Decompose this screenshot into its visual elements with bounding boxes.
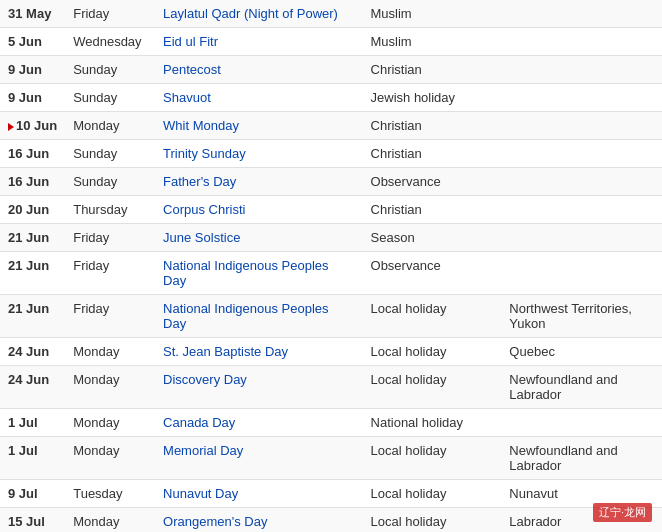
holiday-region-cell [501, 409, 662, 437]
holiday-type-cell: Jewish holiday [363, 84, 502, 112]
table-row: 24 JunMondayDiscovery DayLocal holidayNe… [0, 366, 662, 409]
holiday-name-cell[interactable]: St. Jean Baptiste Day [155, 338, 362, 366]
holiday-name-cell[interactable]: Canada Day [155, 409, 362, 437]
holiday-name-cell[interactable]: Eid ul Fitr [155, 28, 362, 56]
holiday-type-cell: Observance [363, 252, 502, 295]
holiday-type-cell: Muslim [363, 28, 502, 56]
holiday-region-cell [501, 168, 662, 196]
date-cell: 10 Jun [0, 112, 65, 140]
holiday-type-cell: Season [363, 224, 502, 252]
holiday-name-cell[interactable]: June Solstice [155, 224, 362, 252]
date-cell: 21 Jun [0, 224, 65, 252]
holiday-name-link[interactable]: Father's Day [163, 174, 236, 189]
holiday-region-cell [501, 252, 662, 295]
date-cell: 5 Jun [0, 28, 65, 56]
holiday-name-cell[interactable]: Memorial Day [155, 437, 362, 480]
date-cell: 31 May [0, 0, 65, 28]
holiday-region-cell: Northwest Territories, Yukon [501, 295, 662, 338]
day-cell: Sunday [65, 140, 155, 168]
day-cell: Sunday [65, 56, 155, 84]
holiday-region-cell: Newfoundland and Labrador [501, 366, 662, 409]
day-cell: Sunday [65, 84, 155, 112]
holiday-region-cell [501, 140, 662, 168]
holiday-name-link[interactable]: Nunavut Day [163, 486, 238, 501]
holiday-type-cell: Christian [363, 196, 502, 224]
holiday-name-link[interactable]: Orangemen's Day [163, 514, 267, 529]
holidays-table: 31 MayFridayLaylatul Qadr (Night of Powe… [0, 0, 662, 532]
table-row: 5 JunWednesdayEid ul FitrMuslim [0, 28, 662, 56]
date-cell: 24 Jun [0, 366, 65, 409]
table-row: 9 JunSundayShavuotJewish holiday [0, 84, 662, 112]
day-cell: Monday [65, 508, 155, 533]
holiday-region-cell: Nunavut [501, 480, 662, 508]
holiday-name-link[interactable]: June Solstice [163, 230, 240, 245]
holiday-type-cell: Christian [363, 112, 502, 140]
holiday-name-link[interactable]: Corpus Christi [163, 202, 245, 217]
day-cell: Monday [65, 409, 155, 437]
holiday-type-cell: Local holiday [363, 338, 502, 366]
table-row: 15 JulMondayOrangemen's DayLocal holiday… [0, 508, 662, 533]
holiday-name-link[interactable]: St. Jean Baptiste Day [163, 344, 288, 359]
holiday-region-cell: Labrador [501, 508, 662, 533]
table-row: 16 JunSundayTrinity SundayChristian [0, 140, 662, 168]
date-cell: 16 Jun [0, 140, 65, 168]
holiday-name-link[interactable]: Trinity Sunday [163, 146, 246, 161]
holiday-name-link[interactable]: Whit Monday [163, 118, 239, 133]
holiday-region-cell [501, 28, 662, 56]
day-cell: Friday [65, 252, 155, 295]
holiday-name-cell[interactable]: Discovery Day [155, 366, 362, 409]
holiday-name-link[interactable]: Pentecost [163, 62, 221, 77]
date-cell: 9 Jun [0, 56, 65, 84]
holiday-name-cell[interactable]: Shavuot [155, 84, 362, 112]
day-cell: Friday [65, 224, 155, 252]
day-cell: Wednesday [65, 28, 155, 56]
table-row: 10 JunMondayWhit MondayChristian [0, 112, 662, 140]
holiday-region-cell [501, 84, 662, 112]
holiday-name-cell[interactable]: Father's Day [155, 168, 362, 196]
holiday-type-cell: Christian [363, 140, 502, 168]
holiday-region-cell: Quebec [501, 338, 662, 366]
holiday-name-link[interactable]: Memorial Day [163, 443, 243, 458]
holiday-name-link[interactable]: Canada Day [163, 415, 235, 430]
date-cell: 1 Jul [0, 437, 65, 480]
holiday-name-cell[interactable]: Trinity Sunday [155, 140, 362, 168]
day-cell: Monday [65, 338, 155, 366]
holiday-type-cell: Local holiday [363, 295, 502, 338]
holiday-name-link[interactable]: National Indigenous Peoples Day [163, 301, 329, 331]
holiday-name-link[interactable]: National Indigenous Peoples Day [163, 258, 329, 288]
holiday-name-cell[interactable]: National Indigenous Peoples Day [155, 295, 362, 338]
holiday-name-link[interactable]: Laylatul Qadr (Night of Power) [163, 6, 338, 21]
holiday-region-cell [501, 224, 662, 252]
holiday-region-cell: Newfoundland and Labrador [501, 437, 662, 480]
table-row: 9 JunSundayPentecostChristian [0, 56, 662, 84]
triangle-marker [8, 123, 14, 131]
holiday-name-cell[interactable]: Laylatul Qadr (Night of Power) [155, 0, 362, 28]
date-cell: 9 Jun [0, 84, 65, 112]
holiday-name-cell[interactable]: Corpus Christi [155, 196, 362, 224]
holiday-type-cell: Christian [363, 56, 502, 84]
holiday-name-cell[interactable]: National Indigenous Peoples Day [155, 252, 362, 295]
holiday-name-link[interactable]: Shavuot [163, 90, 211, 105]
holiday-name-cell[interactable]: Whit Monday [155, 112, 362, 140]
table-row: 21 JunFridayJune SolsticeSeason [0, 224, 662, 252]
holiday-name-cell[interactable]: Pentecost [155, 56, 362, 84]
holiday-type-cell: Local holiday [363, 437, 502, 480]
holiday-type-cell: Local holiday [363, 480, 502, 508]
holiday-name-cell[interactable]: Nunavut Day [155, 480, 362, 508]
holiday-name-link[interactable]: Eid ul Fitr [163, 34, 218, 49]
holiday-name-link[interactable]: Discovery Day [163, 372, 247, 387]
holiday-name-cell[interactable]: Orangemen's Day [155, 508, 362, 533]
holiday-region-cell [501, 112, 662, 140]
day-cell: Monday [65, 366, 155, 409]
table-row: 1 JulMondayCanada DayNational holiday [0, 409, 662, 437]
holiday-region-cell [501, 196, 662, 224]
holiday-region-cell [501, 0, 662, 28]
holiday-type-cell: Local holiday [363, 366, 502, 409]
table-row: 21 JunFridayNational Indigenous Peoples … [0, 252, 662, 295]
table-row: 31 MayFridayLaylatul Qadr (Night of Powe… [0, 0, 662, 28]
date-cell: 20 Jun [0, 196, 65, 224]
date-cell: 24 Jun [0, 338, 65, 366]
holiday-type-cell: Muslim [363, 0, 502, 28]
table-row: 21 JunFridayNational Indigenous Peoples … [0, 295, 662, 338]
date-cell: 1 Jul [0, 409, 65, 437]
